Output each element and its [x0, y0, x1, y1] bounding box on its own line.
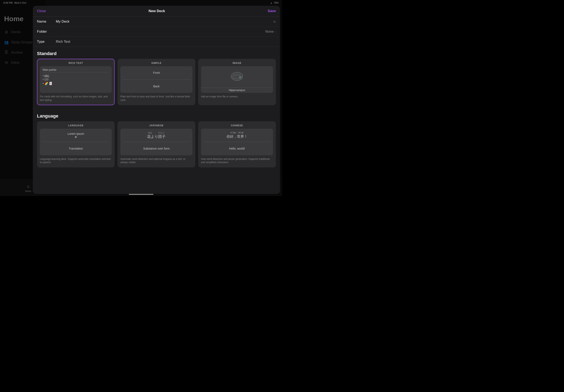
speaker-icon: ◉: [75, 135, 77, 138]
japanese-ruby-text: はな だんご: [148, 131, 165, 134]
japanese-label: JAPANESE: [118, 122, 195, 129]
lorem-ipsum-text: Lorem ipsum: [68, 132, 84, 135]
folder-chevron-icon: ›: [275, 30, 276, 33]
chinese-top: nǐ hǎo，shì jiè 你好，世界！: [201, 129, 273, 142]
image-label: IMAGE: [199, 59, 275, 66]
chinese-label: CHINESE: [199, 122, 275, 129]
name-clear-icon[interactable]: ⊗: [273, 20, 276, 24]
simple-preview: Front Back: [120, 66, 192, 93]
home-indicator: [129, 194, 153, 195]
language-top: Lorem ipsum ◉: [40, 129, 112, 142]
svg-point-2: [239, 76, 241, 78]
type-field-row: Type Rich Text: [33, 37, 280, 47]
chinese-main-text: 你好，世界！: [227, 134, 248, 139]
name-label: Name: [37, 19, 53, 24]
rich-text-description: For cards with rich formatting, such as …: [37, 93, 114, 105]
image-preview: Hippocampus: [201, 66, 273, 93]
simple-label: SIMPLE: [118, 59, 195, 66]
close-button[interactable]: Close: [37, 9, 46, 13]
language-section-header: Language: [33, 109, 280, 121]
folder-label: Folder: [37, 29, 53, 34]
language-preview: Lorem ipsum ◉ Translation: [40, 129, 112, 155]
svg-point-1: [232, 73, 242, 80]
chinese-bottom: Hello, world!: [201, 142, 273, 155]
language-description: Language-learning deck. Supports automat…: [37, 155, 114, 167]
card-japanese[interactable]: JAPANESE はな だんご 花より団子 Substance over for…: [117, 121, 195, 168]
card-rich-text[interactable]: RICH TEXT Main points • ABC • 123 • 🌈 🃏 …: [37, 59, 115, 105]
language-cards-grid: LANGUAGE Lorem ipsum ◉ Translation Langu…: [33, 121, 280, 172]
simple-back-text: Back: [120, 80, 192, 93]
rich-bullet-1: • ABC: [43, 74, 49, 77]
rich-text-label: RICH TEXT: [37, 59, 114, 66]
japanese-bottom: Substance over form: [120, 142, 192, 155]
chinese-pinyin-text: nǐ hǎo，shì jiè: [231, 131, 244, 134]
standard-section-header: Standard: [33, 47, 280, 59]
card-image[interactable]: IMAGE Hippocampus: [198, 59, 276, 105]
rich-bullet-3: • 🌈 🃏: [43, 82, 52, 85]
language-bottom: Translation: [40, 142, 112, 155]
japanese-top: はな だんご 花より団子: [120, 129, 192, 142]
japanese-description: Automatic word detection and optional fu…: [118, 155, 195, 167]
chinese-translation-text: Hello, world!: [229, 147, 245, 150]
card-language[interactable]: LANGUAGE Lorem ipsum ◉ Translation Langu…: [37, 121, 115, 168]
chinese-preview: nǐ hǎo，shì jiè 你好，世界！ Hello, world!: [201, 129, 273, 155]
japanese-translation-text: Substance over form: [143, 147, 170, 150]
japanese-main-text: 花より団子: [147, 134, 165, 139]
rich-text-preview: Main points • ABC • 123 • 🌈 🃏: [40, 66, 112, 93]
simple-description: Plain text front to back and back to fro…: [118, 93, 195, 105]
card-chinese[interactable]: CHINESE nǐ hǎo，shì jiè 你好，世界！ Hello, wor…: [198, 121, 276, 168]
card-simple[interactable]: SIMPLE Front Back Plain text front to ba…: [117, 59, 195, 105]
name-field-row: Name My Deck ⊗: [33, 17, 280, 27]
brain-icon: [201, 66, 273, 87]
type-value: Rich Text: [56, 40, 276, 44]
language-label: LANGUAGE: [37, 122, 114, 129]
chinese-description: Auto word detection and pinyin generatio…: [199, 155, 275, 167]
save-button[interactable]: Save: [268, 9, 276, 13]
modal-header: Close New Deck Save: [33, 6, 280, 17]
name-value[interactable]: My Deck: [56, 19, 273, 24]
folder-field-row[interactable]: Folder None ›: [33, 27, 280, 37]
hippocampus-label: Hippocampus: [201, 87, 273, 93]
new-deck-modal: Close New Deck Save Name My Deck ⊗ Folde…: [33, 6, 280, 194]
modal-title: New Deck: [149, 9, 165, 13]
translation-text: Translation: [69, 147, 83, 150]
image-description: Add an image from file or camera.: [199, 93, 275, 101]
japanese-preview: はな だんご 花より団子 Substance over form: [120, 129, 192, 155]
rich-preview-title: Main points: [43, 68, 109, 72]
standard-cards-grid: RICH TEXT Main points • ABC • 123 • 🌈 🃏 …: [33, 59, 280, 109]
rich-bullet-2: • 123: [43, 78, 48, 81]
type-label: Type: [37, 40, 53, 44]
folder-value: None: [53, 29, 274, 34]
simple-front-text: Front: [120, 66, 192, 80]
